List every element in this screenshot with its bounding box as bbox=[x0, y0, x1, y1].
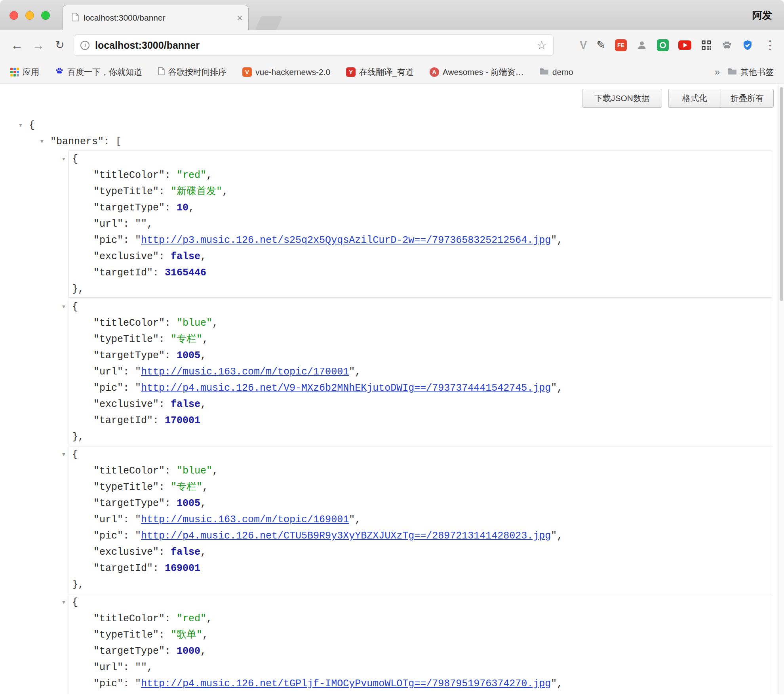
json-token: : bbox=[165, 170, 177, 181]
json-line: ▼"banners": [ bbox=[50, 134, 772, 150]
json-token: false bbox=[171, 251, 200, 262]
json-property-line: "exclusive": false, bbox=[93, 396, 772, 412]
collapse-toggle-icon[interactable]: ▼ bbox=[17, 117, 25, 134]
reload-button[interactable]: ↻ bbox=[49, 40, 70, 51]
bookmark-vue-hackernews[interactable]: V vue-hackernews-2.0 bbox=[242, 67, 330, 77]
json-level: "titleColor": "red","typeTitle": "新碟首发",… bbox=[72, 167, 772, 281]
paw-extension-icon[interactable] bbox=[721, 40, 733, 51]
other-bookmarks-folder[interactable]: 其他书签 bbox=[728, 67, 774, 78]
people-extension-icon[interactable] bbox=[636, 40, 647, 51]
scrollbar-thumb[interactable] bbox=[780, 87, 783, 301]
json-token: " bbox=[551, 382, 557, 394]
json-token: : bbox=[159, 629, 171, 641]
bookmark-label: 其他书签 bbox=[740, 67, 774, 78]
bookmark-awesomes[interactable]: A Awesomes - 前端资… bbox=[430, 67, 524, 78]
baidu-paw-icon bbox=[55, 67, 64, 77]
json-token: { bbox=[29, 120, 35, 131]
json-token: " bbox=[135, 514, 141, 525]
json-token: "targetType" bbox=[93, 202, 165, 214]
json-property-line: "url": "", bbox=[93, 659, 772, 676]
zoom-window-button[interactable] bbox=[41, 11, 50, 20]
bookmark-youdao-translate[interactable]: Y 在线翻译_有道 bbox=[346, 67, 414, 78]
json-url-link[interactable]: http://p4.music.126.net/tGPljf-IMOCyPvum… bbox=[141, 678, 551, 689]
address-bar[interactable]: i localhost:3000/banner ☆ bbox=[74, 34, 554, 56]
json-token: : bbox=[165, 645, 177, 657]
scrollbar[interactable] bbox=[778, 84, 784, 695]
json-token: "titleColor" bbox=[93, 170, 165, 181]
new-tab-button[interactable] bbox=[255, 16, 282, 30]
bookmarks-overflow-icon[interactable]: » bbox=[715, 67, 720, 78]
collapse-toggle-icon[interactable]: ▼ bbox=[38, 134, 46, 150]
format-button[interactable]: 格式化 bbox=[668, 89, 721, 108]
json-url-link[interactable]: http://p4.music.126.net/CTU5B9R9y3XyYBZX… bbox=[141, 530, 551, 542]
collapse-toggle-icon[interactable]: ▼ bbox=[60, 594, 68, 611]
json-token: "pic" bbox=[93, 382, 123, 394]
json-url-link[interactable]: http://music.163.com/m/topic/170001 bbox=[141, 366, 349, 378]
json-token: false bbox=[171, 694, 200, 695]
url-text[interactable]: localhost:3000/banner bbox=[95, 40, 537, 51]
json-property-line: "url": "http://music.163.com/m/topic/169… bbox=[93, 512, 772, 528]
apps-grid-icon bbox=[10, 68, 19, 76]
profile-name[interactable]: 阿发 bbox=[752, 9, 772, 22]
json-token: "targetId" bbox=[93, 563, 153, 574]
download-json-button[interactable]: 下载JSON数据 bbox=[582, 89, 662, 108]
close-window-button[interactable] bbox=[10, 11, 18, 20]
green-badge-extension-icon[interactable] bbox=[657, 39, 669, 51]
bookmark-baidu[interactable]: 百度一下，你就知道 bbox=[55, 67, 142, 78]
shield-check-extension-icon[interactable] bbox=[742, 40, 753, 51]
collapse-toggle-icon[interactable]: ▼ bbox=[60, 447, 68, 463]
json-token: false bbox=[171, 399, 200, 410]
youtube-extension-icon[interactable] bbox=[678, 40, 691, 50]
minimize-window-button[interactable] bbox=[25, 11, 34, 20]
folder-icon bbox=[540, 67, 549, 77]
json-token: , bbox=[188, 202, 194, 214]
bookmark-star-icon[interactable]: ☆ bbox=[537, 40, 547, 51]
page-content: 下载JSON数据 格式化 折叠所有 ▼{▼"banners": [▼{"titl… bbox=[0, 84, 784, 695]
bookmark-demo-folder[interactable]: demo bbox=[540, 67, 573, 77]
collapse-all-button[interactable]: 折叠所有 bbox=[721, 89, 774, 108]
page-info-icon[interactable]: i bbox=[80, 41, 89, 50]
bookmark-label: demo bbox=[552, 67, 573, 77]
json-tree: ▼{▼"banners": [▼{"titleColor": "red","ty… bbox=[0, 84, 784, 695]
window-controls bbox=[10, 11, 50, 20]
json-token: "titleColor" bbox=[93, 465, 165, 477]
translate-pen-extension-icon[interactable]: ✎ bbox=[596, 39, 605, 52]
collapse-toggle-icon[interactable]: ▼ bbox=[60, 299, 68, 315]
json-token: : [ bbox=[104, 136, 122, 147]
chrome-menu-icon[interactable]: ⋮ bbox=[763, 39, 776, 51]
json-token: "blue" bbox=[177, 465, 212, 477]
tab-close-icon[interactable]: × bbox=[237, 13, 243, 23]
json-token: "targetId" bbox=[93, 267, 153, 279]
json-property-line: "typeTitle": "歌单", bbox=[93, 627, 772, 643]
document-icon bbox=[158, 67, 165, 77]
json-token: "exclusive" bbox=[93, 399, 159, 410]
forward-button[interactable]: → bbox=[28, 39, 49, 52]
json-line: ▼{ bbox=[72, 447, 772, 463]
vue-devtools-extension-icon[interactable]: V bbox=[580, 39, 587, 52]
browser-tab[interactable]: localhost:3000/banner × bbox=[63, 5, 249, 30]
json-url-link[interactable]: http://p3.music.126.net/s25q2x5QyqsAzilC… bbox=[141, 235, 551, 246]
json-url-link[interactable]: http://p4.music.126.net/V9-MXz6b2MNhEKju… bbox=[141, 382, 551, 394]
json-token: "exclusive" bbox=[93, 694, 159, 695]
json-property-line: "titleColor": "red", bbox=[93, 611, 772, 627]
json-line: ▼{ bbox=[29, 117, 772, 134]
back-button[interactable]: ← bbox=[6, 39, 28, 52]
json-line: ▼{ bbox=[72, 594, 772, 611]
json-token: }, bbox=[72, 579, 84, 590]
bookmark-apps[interactable]: 应用 bbox=[10, 67, 39, 78]
tab-title: localhost:3000/banner bbox=[84, 13, 234, 23]
qr-code-extension-icon[interactable] bbox=[701, 40, 712, 51]
json-token: : bbox=[159, 546, 171, 558]
json-token: "" bbox=[135, 662, 147, 673]
json-token: , bbox=[200, 645, 206, 657]
json-token: 170001 bbox=[165, 415, 200, 426]
bookmark-label: 在线翻译_有道 bbox=[359, 67, 414, 78]
json-level: ▼{"titleColor": "red","typeTitle": "新碟首发… bbox=[50, 151, 772, 695]
bookmark-google-sort[interactable]: 谷歌按时间排序 bbox=[158, 67, 226, 78]
collapse-toggle-icon[interactable]: ▼ bbox=[60, 151, 68, 167]
json-token: : bbox=[159, 481, 171, 493]
json-token: "targetType" bbox=[93, 645, 165, 657]
fehelper-extension-icon[interactable]: FE bbox=[615, 39, 627, 51]
json-url-link[interactable]: http://music.163.com/m/topic/169001 bbox=[141, 514, 349, 525]
json-property-line: "exclusive": false, bbox=[93, 248, 772, 265]
